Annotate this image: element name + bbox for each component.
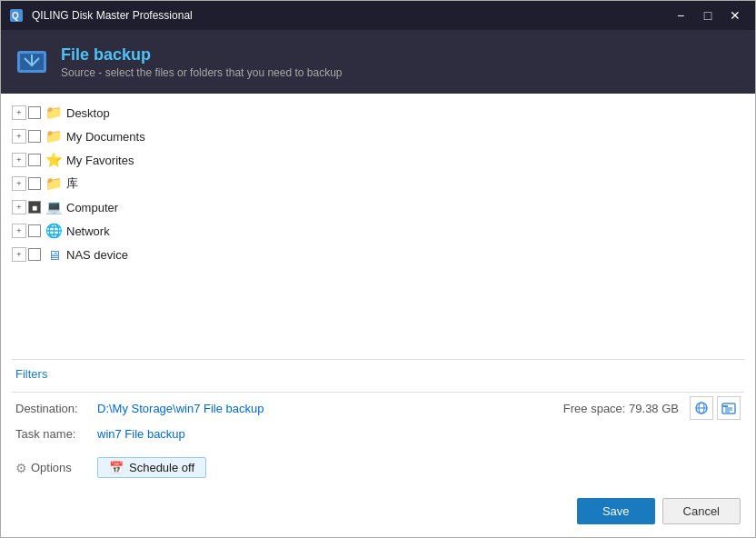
task-name-label: Task name: bbox=[15, 427, 97, 441]
checkbox-nas-device[interactable] bbox=[28, 248, 41, 261]
svg-rect-9 bbox=[722, 405, 728, 407]
expand-my-documents[interactable]: + bbox=[12, 129, 26, 144]
task-name-row: Task name: win7 File backup bbox=[15, 427, 741, 441]
content-area: + 📁 Desktop + 📁 My Documents + ⭐ My Favo… bbox=[1, 94, 755, 537]
header-icon bbox=[15, 45, 48, 78]
options-text: Options bbox=[31, 461, 72, 474]
destination-row: Destination: D:\My Storage\win7 File bac… bbox=[15, 396, 741, 420]
page-header: File backup Source - select the files or… bbox=[1, 30, 755, 94]
cancel-button[interactable]: Cancel bbox=[662, 498, 741, 524]
schedule-icon: 📅 bbox=[109, 461, 124, 474]
nas-device-label: NAS device bbox=[66, 248, 128, 262]
form-area: Destination: D:\My Storage\win7 File bac… bbox=[1, 393, 755, 457]
my-favorites-label: My Favorites bbox=[66, 154, 134, 167]
desktop-label: Desktop bbox=[66, 106, 110, 120]
expand-nas-device[interactable]: + bbox=[12, 247, 26, 262]
page-title: File backup bbox=[61, 45, 343, 65]
expand-network[interactable]: + bbox=[12, 224, 26, 238]
checkbox-ku[interactable] bbox=[28, 177, 41, 190]
options-gear-icon: ⚙ bbox=[15, 461, 27, 475]
svg-text:Q: Q bbox=[12, 11, 19, 21]
network-icon: 🌐 bbox=[45, 223, 63, 239]
tree-item-my-favorites[interactable]: + ⭐ My Favorites bbox=[12, 148, 744, 172]
desktop-icon: 📁 bbox=[45, 105, 63, 121]
app-title: QILING Disk Master Professional bbox=[32, 9, 668, 22]
browse-network-button[interactable] bbox=[690, 396, 713, 420]
schedule-label: Schedule off bbox=[129, 461, 194, 474]
checkbox-desktop[interactable] bbox=[28, 106, 41, 119]
save-button[interactable]: Save bbox=[577, 498, 655, 524]
tree-item-computer[interactable]: + ■ 💻 Computer bbox=[12, 195, 744, 219]
page-subtitle: Source - select the files or folders tha… bbox=[61, 66, 343, 79]
expand-desktop[interactable]: + bbox=[12, 105, 26, 120]
destination-label: Destination: bbox=[15, 402, 97, 415]
expand-ku[interactable]: + bbox=[12, 176, 26, 191]
maximize-button[interactable]: □ bbox=[695, 3, 721, 28]
computer-label: Computer bbox=[66, 201, 118, 214]
window-controls: − □ ✕ bbox=[668, 3, 748, 28]
nas-device-icon: 🖥 bbox=[45, 246, 63, 263]
filters-section: Filters bbox=[1, 360, 755, 392]
computer-icon: 💻 bbox=[45, 199, 63, 215]
schedule-button[interactable]: 📅 Schedule off bbox=[97, 457, 206, 478]
checkbox-computer[interactable]: ■ bbox=[28, 201, 41, 214]
task-name-value: win7 File backup bbox=[97, 427, 741, 441]
tree-item-ku[interactable]: + 📁 库 bbox=[12, 172, 744, 195]
checkbox-my-favorites[interactable] bbox=[28, 154, 41, 166]
header-texts: File backup Source - select the files or… bbox=[61, 45, 343, 79]
options-row: ⚙ Options 📅 Schedule off bbox=[1, 457, 755, 485]
tree-item-desktop[interactable]: + 📁 Desktop bbox=[12, 101, 744, 125]
close-button[interactable]: ✕ bbox=[722, 3, 748, 28]
ku-icon: 📁 bbox=[45, 175, 63, 192]
expand-computer[interactable]: + bbox=[12, 200, 26, 214]
options-label-group: ⚙ Options bbox=[15, 461, 97, 475]
tree-item-my-documents[interactable]: + 📁 My Documents bbox=[12, 125, 744, 148]
filters-title: Filters bbox=[15, 367, 741, 381]
ku-label: 库 bbox=[66, 175, 78, 192]
tree-item-network[interactable]: + 🌐 Network bbox=[12, 219, 744, 243]
my-documents-icon: 📁 bbox=[45, 128, 63, 144]
main-window: Q QILING Disk Master Professional − □ ✕ … bbox=[0, 0, 756, 538]
destination-value: D:\My Storage\win7 File backup bbox=[97, 402, 563, 415]
checkbox-network[interactable] bbox=[28, 224, 41, 237]
my-favorites-icon: ⭐ bbox=[45, 152, 63, 168]
expand-my-favorites[interactable]: + bbox=[12, 153, 26, 167]
checkbox-my-documents[interactable] bbox=[28, 130, 41, 143]
network-label: Network bbox=[66, 224, 110, 238]
my-documents-label: My Documents bbox=[66, 130, 145, 144]
free-space-label: Free space: 79.38 GB bbox=[563, 402, 679, 415]
browse-folder-button[interactable] bbox=[717, 396, 741, 420]
file-tree: + 📁 Desktop + 📁 My Documents + ⭐ My Favo… bbox=[1, 94, 755, 359]
action-row: Save Cancel bbox=[1, 493, 755, 537]
title-bar: Q QILING Disk Master Professional − □ ✕ bbox=[1, 1, 755, 30]
app-icon: Q bbox=[8, 7, 25, 24]
tree-item-nas-device[interactable]: + 🖥 NAS device bbox=[12, 243, 744, 266]
minimize-button[interactable]: − bbox=[668, 3, 693, 28]
